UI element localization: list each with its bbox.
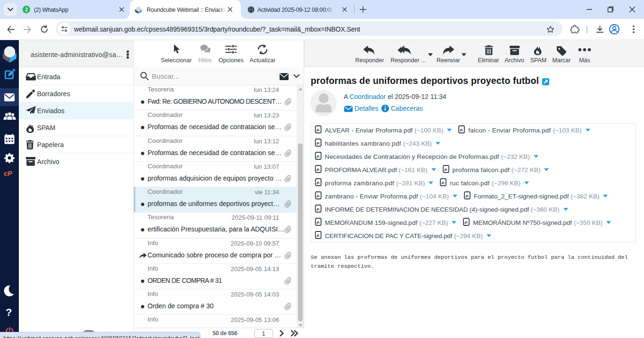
svg-text:2: 2 <box>25 7 28 12</box>
